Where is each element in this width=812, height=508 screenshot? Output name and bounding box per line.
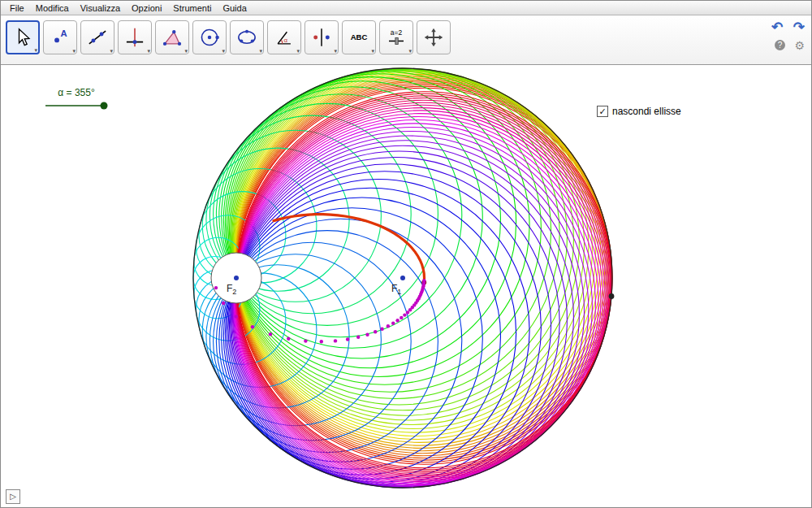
- tool-perpendicular-button[interactable]: ▾: [118, 20, 152, 54]
- tool-text-button[interactable]: ABC▾: [342, 20, 376, 54]
- tool-conic-icon: [236, 27, 258, 49]
- tool-angle-icon: α: [274, 27, 296, 49]
- tool-dropdown-arrow[interactable]: ▾: [34, 47, 37, 53]
- trace-dot: [304, 339, 307, 342]
- graphics-area: α = 355°F1F2 ✓ nascondi ellisse ▷: [1, 65, 811, 507]
- trace-dot: [320, 340, 323, 343]
- trace-dot: [406, 310, 409, 314]
- tool-dropdown-arrow[interactable]: ▾: [334, 48, 337, 54]
- toolbar-right: ↶ ↷ ? ⚙: [765, 20, 805, 52]
- tool-mirror-icon: [311, 27, 333, 49]
- point-f2[interactable]: [234, 276, 239, 280]
- tool-point-icon: A: [50, 27, 71, 49]
- menu-item-guida[interactable]: Guida: [217, 2, 252, 14]
- tool-circle-icon: [199, 27, 221, 49]
- tool-line-icon: [87, 27, 109, 49]
- trace-dot: [287, 337, 290, 341]
- toolbar: ▾A▾▾▾▾▾▾α▾▾ABC▾a=2▾ ↶ ↷ ? ⚙: [1, 15, 811, 65]
- menu-item-strumenti[interactable]: Strumenti: [167, 2, 217, 14]
- tool-dropdown-arrow[interactable]: ▾: [72, 48, 76, 54]
- tool-slider-button[interactable]: a=2▾: [379, 20, 413, 54]
- tool-dropdown-arrow[interactable]: ▾: [110, 48, 113, 54]
- tool-circle-button[interactable]: ▾: [192, 20, 227, 54]
- redo-button[interactable]: ↷: [793, 20, 805, 35]
- tool-move-button[interactable]: ▾: [6, 20, 40, 54]
- trace-dot: [269, 332, 272, 336]
- menu-bar: FileModificaVisualizzaOpzioniStrumentiGu…: [1, 1, 811, 15]
- tool-moveview-icon: [423, 27, 445, 49]
- tool-conic-button[interactable]: ▾: [230, 20, 264, 54]
- svg-text:a=2: a=2: [391, 28, 403, 37]
- svg-text:ABC: ABC: [351, 33, 368, 41]
- menu-item-opzioni[interactable]: Opzioni: [126, 2, 167, 14]
- trace-dot: [251, 325, 254, 328]
- trace-dot: [374, 330, 377, 333]
- tool-slider-icon: a=2: [386, 27, 408, 49]
- alpha-slider-label: α = 355°: [58, 87, 95, 98]
- checkbox-box[interactable]: ✓: [597, 106, 608, 117]
- tool-dropdown-arrow[interactable]: ▾: [259, 48, 262, 54]
- menu-item-modifica[interactable]: Modifica: [30, 2, 75, 14]
- svg-text:α: α: [283, 37, 287, 44]
- trace-dot: [422, 279, 425, 282]
- tool-text-icon: ABC: [348, 27, 370, 49]
- tool-polygon-icon: [162, 27, 184, 49]
- checkbox-nascondi-ellisse[interactable]: ✓ nascondi ellisse: [597, 106, 681, 117]
- tool-buttons: ▾A▾▾▾▾▾▾α▾▾ABC▾a=2▾: [6, 20, 454, 64]
- menu-item-file[interactable]: File: [4, 2, 30, 14]
- tool-dropdown-arrow[interactable]: ▾: [408, 48, 412, 54]
- trace-dot: [356, 336, 360, 339]
- trace-dot: [391, 322, 395, 325]
- tool-line-button[interactable]: ▾: [80, 20, 114, 54]
- trace-dot: [214, 286, 218, 289]
- tool-dropdown-arrow[interactable]: ▾: [184, 48, 188, 54]
- alpha-slider-handle[interactable]: [101, 102, 108, 110]
- tool-dropdown-arrow[interactable]: ▾: [296, 48, 300, 54]
- label-f1: F1: [391, 283, 401, 296]
- undo-button[interactable]: ↶: [771, 20, 783, 35]
- tool-mirror-button[interactable]: ▾: [304, 20, 339, 54]
- tool-point-button[interactable]: A▾: [43, 20, 77, 54]
- tool-dropdown-arrow[interactable]: ▾: [371, 48, 374, 54]
- trace-dot: [387, 324, 390, 328]
- geogebra-window: FileModificaVisualizzaOpzioniStrumentiGu…: [0, 0, 812, 508]
- tool-angle-button[interactable]: α▾: [267, 20, 301, 54]
- toolbar-right-row2: ? ⚙: [765, 37, 805, 52]
- trace-dot: [334, 339, 337, 342]
- menu-item-visualizza[interactable]: Visualizza: [75, 2, 126, 14]
- point-f1[interactable]: [400, 276, 405, 280]
- trace-dot: [395, 319, 399, 322]
- trace-dot: [235, 315, 238, 318]
- checkbox-label: nascondi ellisse: [612, 106, 681, 117]
- tool-dropdown-arrow[interactable]: ▾: [222, 48, 225, 54]
- trace-dot: [346, 337, 349, 341]
- svg-text:A: A: [61, 28, 67, 38]
- trace-dot: [365, 333, 369, 336]
- trace-dot: [380, 328, 383, 331]
- tool-perpendicular-icon: [124, 27, 146, 49]
- tool-move-icon: [12, 27, 34, 49]
- help-button[interactable]: ?: [775, 40, 785, 50]
- tool-moveview-button[interactable]: [417, 20, 451, 54]
- graphics-view[interactable]: α = 355°F1F2: [1, 65, 812, 507]
- trace-dot: [403, 313, 406, 316]
- play-button[interactable]: ▷: [6, 489, 20, 504]
- trace-dot: [222, 302, 225, 305]
- tool-dropdown-arrow[interactable]: ▾: [147, 48, 150, 54]
- trace-dot: [400, 316, 403, 319]
- settings-gear-icon[interactable]: ⚙: [794, 40, 805, 51]
- point-on-circle[interactable]: [609, 293, 615, 299]
- tool-polygon-button[interactable]: ▾: [155, 20, 189, 54]
